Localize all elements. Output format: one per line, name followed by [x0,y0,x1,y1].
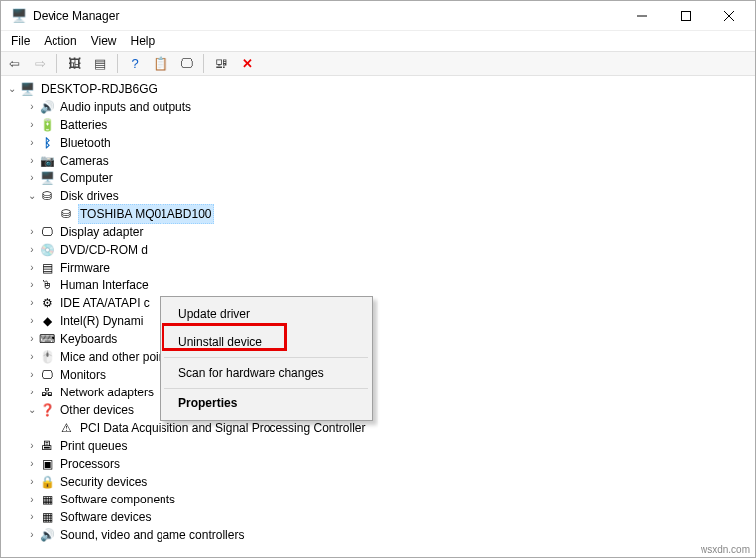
context-properties[interactable]: Properties [162,390,370,417]
expander-icon[interactable]: › [25,116,39,134]
menu-action[interactable]: Action [38,32,82,50]
category-icon: 🖶 [39,438,54,454]
expander-icon[interactable]: ⌄ [5,80,19,98]
expander-icon[interactable]: › [25,491,39,508]
tree-category[interactable]: › ⌨ Keyboards [25,330,755,348]
tree-category[interactable]: › 📷 Cameras [25,152,755,169]
minimize-button[interactable] [620,1,664,31]
expander-icon[interactable]: › [25,241,39,259]
expander-icon[interactable]: › [25,169,39,187]
expander-icon[interactable]: › [25,508,39,526]
expander-icon[interactable]: › [25,330,39,348]
tree-category[interactable]: › 🖧 Network adapters [25,384,755,401]
tree-category[interactable]: › 🖵 Display adapter [25,223,755,241]
toolbar-separator [117,54,118,73]
tree-category[interactable]: › ▣ Processors [25,455,755,473]
tree-device[interactable]: · ⛁ TOSHIBA MQ01ABD100 [45,205,755,223]
device-label: TOSHIBA MQ01ABD100 [78,204,214,224]
context-update-driver[interactable]: Update driver [162,300,370,328]
category-label: Software components [58,491,177,508]
tree-category[interactable]: › 🔊 Audio inputs and outputs [25,98,755,116]
category-icon: ▦ [39,492,54,507]
add-button[interactable]: 🖳 [210,53,232,74]
tree-category[interactable]: › 🔋 Batteries [25,116,755,134]
tree-category[interactable]: ⌄ ⛁ Disk drives [25,187,755,205]
tree-category[interactable]: › ▤ Firmware [25,259,755,277]
expander-icon[interactable]: › [25,473,39,491]
category-label: Keyboards [58,330,119,348]
context-uninstall-device[interactable]: Uninstall device [162,328,370,356]
category-label: Cameras [58,152,111,169]
expander-icon[interactable]: › [25,455,39,473]
expander-icon[interactable]: › [25,134,39,152]
tree-device[interactable]: · ⚠ PCI Data Acquisition and Signal Proc… [45,419,755,437]
maximize-button[interactable] [664,1,707,31]
action-button[interactable]: 📋 [150,53,171,74]
category-icon: 🖵 [39,224,54,240]
expander-icon[interactable]: › [25,437,39,455]
tree-category[interactable]: › 🔒 Security devices [25,473,755,491]
category-label: Sound, video and game controllers [58,526,246,544]
category-label: DVD/CD-ROM d [58,241,150,259]
context-separator [164,357,368,358]
tree-category[interactable]: › 🖵 Monitors [25,366,755,384]
category-label: Security devices [58,473,149,491]
tree-category[interactable]: › 💿 DVD/CD-ROM d [25,241,755,259]
menubar: File Action View Help [1,31,755,51]
titlebar: 🖥️ Device Manager [1,1,755,31]
expander-icon[interactable]: › [25,348,39,366]
category-icon: ❓ [39,402,54,418]
expander-icon[interactable]: › [25,259,39,277]
back-button[interactable]: ⇦ [3,53,25,74]
scan-button[interactable]: 🖵 [175,53,197,74]
tree-category[interactable]: › 🖱️ Mice and other pointing devices [25,348,755,366]
category-icon: ▤ [39,260,54,276]
menu-file[interactable]: File [5,32,36,50]
menu-view[interactable]: View [85,32,123,50]
panel-icon: 🖽 [68,56,81,71]
expander-icon[interactable]: › [25,384,39,401]
category-icon: 🖧 [39,385,54,400]
expander-icon[interactable]: › [25,223,39,241]
category-icon: 🖰 [39,278,54,293]
expander-icon[interactable]: › [25,152,39,169]
expander-icon[interactable]: › [25,277,39,294]
expander-icon[interactable]: › [25,526,39,544]
forward-button[interactable]: ⇨ [29,53,51,74]
monitor-icon: 🖵 [180,56,193,71]
watermark: wsxdn.com [701,544,750,555]
tree-category[interactable]: › 🖥️ Computer [25,169,755,187]
category-icon: ⛁ [39,188,54,204]
tree-category[interactable]: › ◆ Intel(R) Dynami [25,312,755,330]
category-label: Batteries [58,116,109,134]
forward-arrow-icon: ⇨ [35,56,46,71]
delete-button[interactable]: ✕ [236,53,258,74]
help-button[interactable]: ? [124,53,146,74]
expander-icon[interactable]: ⌄ [25,187,39,205]
expander-icon[interactable]: › [25,98,39,116]
device-manager-window: 🖥️ Device Manager File Action View Help … [0,0,756,558]
menu-help[interactable]: Help [125,32,162,50]
tree-category[interactable]: ⌄ ❓ Other devices [25,401,755,419]
tree-category[interactable]: › ᛒ Bluetooth [25,134,755,152]
category-icon: ◆ [39,313,54,329]
tree-category[interactable]: › 🖰 Human Interface [25,277,755,294]
tree-category[interactable]: › 🖶 Print queues [25,437,755,455]
show-hidden-button[interactable]: 🖽 [63,53,85,74]
category-icon: 🔋 [39,117,54,133]
expander-icon[interactable]: › [25,294,39,312]
tree-root-node[interactable]: ⌄ 🖥️ DESKTOP-RDJB6GG [5,80,755,98]
expander-icon[interactable]: › [25,366,39,384]
context-menu: Update driver Uninstall device Scan for … [160,296,373,421]
expander-icon[interactable]: ⌄ [25,401,39,419]
category-icon: 💿 [39,242,54,258]
device-tree-panel[interactable]: ⌄ 🖥️ DESKTOP-RDJB6GG › 🔊 Audio inputs an… [1,76,755,557]
context-scan-hardware[interactable]: Scan for hardware changes [162,359,370,387]
close-button[interactable] [707,1,751,31]
expander-icon[interactable]: › [25,312,39,330]
tree-category[interactable]: › ▦ Software devices [25,508,755,526]
tree-category[interactable]: › 🔊 Sound, video and game controllers [25,526,755,544]
properties-button[interactable]: ▤ [89,53,111,74]
tree-category[interactable]: › ▦ Software components [25,491,755,508]
tree-category[interactable]: › ⚙ IDE ATA/ATAPI c [25,294,755,312]
